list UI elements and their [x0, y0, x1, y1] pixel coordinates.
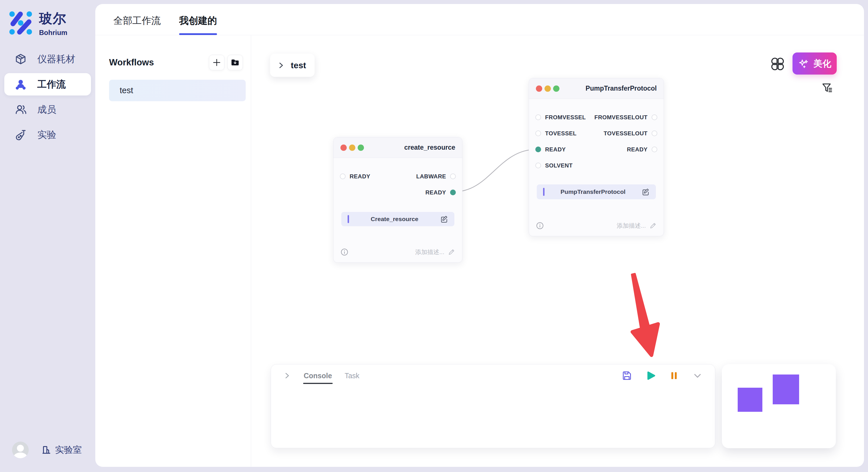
bohrium-logo-icon [9, 11, 33, 35]
info-icon[interactable] [340, 248, 348, 256]
description-placeholder[interactable]: 添加描述... [617, 222, 657, 230]
tab-task[interactable]: Task [345, 372, 360, 380]
workflow-people-icon [15, 78, 26, 90]
brand-subtitle: Bohrium [39, 29, 67, 37]
filter-icon[interactable] [821, 82, 833, 94]
port-circle[interactable] [450, 173, 456, 179]
sparkles-icon [798, 58, 809, 69]
output-port-tovesselout[interactable]: TOVESSELOUT [603, 130, 657, 137]
traffic-yellow-dot [349, 144, 355, 151]
traffic-yellow-dot [545, 86, 551, 92]
node-title: create_resource [404, 144, 455, 151]
breadcrumb-label: test [291, 61, 306, 70]
beautify-button[interactable]: 美化 [793, 53, 837, 74]
sidebar-item-workflow[interactable]: 工作流 [4, 73, 91, 96]
plus-icon [212, 58, 221, 67]
port-circle[interactable] [652, 146, 657, 152]
members-icon [15, 104, 26, 115]
brand-title: 玻尔 [39, 10, 67, 28]
sidebar-footer: 实验室 [12, 442, 82, 458]
lab-label: 实验室 [55, 444, 82, 456]
port-circle[interactable] [535, 131, 541, 136]
port-circle[interactable] [535, 114, 541, 120]
collapse-chevron-icon[interactable] [283, 372, 291, 380]
minimap[interactable] [722, 364, 836, 448]
workflow-canvas[interactable]: test 美化 [251, 35, 864, 467]
sidebar-item-experiments[interactable]: 实验 [4, 124, 91, 146]
node-header: create_resource [334, 137, 462, 158]
input-port-solvent[interactable]: SOLVENT [535, 162, 572, 169]
input-port-ready[interactable]: READY [535, 146, 566, 153]
minimap-node-rect [773, 374, 799, 404]
description-placeholder[interactable]: 添加描述... [415, 248, 455, 256]
beautify-label: 美化 [813, 58, 831, 70]
node-footer: 添加描述... [334, 248, 462, 262]
import-folder-button[interactable] [227, 55, 243, 70]
sidebar-item-label: 仪器耗材 [37, 53, 75, 66]
test-tube-icon [15, 129, 26, 140]
tab-all-workflows[interactable]: 全部工作流 [113, 14, 161, 35]
node-create-resource[interactable]: create_resource READY LABWARE [333, 137, 462, 263]
workflows-title: Workflows [109, 57, 154, 68]
port-circle[interactable] [340, 173, 346, 179]
console-panel: Console Task [271, 364, 715, 448]
workflow-list-item[interactable]: test [109, 80, 246, 101]
lab-switcher[interactable]: 实验室 [41, 444, 82, 456]
pause-icon[interactable] [669, 371, 679, 380]
traffic-red-dot [340, 144, 347, 151]
traffic-lights [536, 86, 559, 92]
sidebar-item-members[interactable]: 成员 [4, 98, 91, 121]
traffic-lights [340, 144, 364, 151]
building-icon [41, 445, 51, 455]
input-port-fromvessel[interactable]: FROMVESSEL [535, 114, 586, 121]
sidebar-item-instruments[interactable]: 仪器耗材 [4, 48, 91, 70]
output-port-ready[interactable]: READY [627, 146, 657, 153]
main-panel: 全部工作流 我创建的 Workflows [95, 4, 864, 467]
edit-icon[interactable] [642, 188, 650, 196]
run-play-icon[interactable] [646, 370, 656, 381]
chevron-down-icon[interactable] [692, 370, 703, 381]
node-footer: 添加描述... [529, 222, 663, 236]
output-port-fromvesselout[interactable]: FROMVESSELOUT [594, 114, 657, 121]
port-circle-connected[interactable] [450, 190, 456, 195]
apps-clover-icon[interactable] [770, 56, 786, 72]
sidebar-item-label: 成员 [37, 103, 56, 116]
sidebar: 玻尔 Bohrium 仪器耗材 工作流 [0, 0, 95, 472]
avatar[interactable] [12, 442, 29, 458]
bohrium-logo: 玻尔 Bohrium [9, 10, 67, 37]
minimap-node-rect [738, 388, 763, 412]
port-circle[interactable] [652, 114, 657, 120]
input-port-ready[interactable]: READY [340, 173, 370, 180]
input-port-tovessel[interactable]: TOVESSEL [535, 130, 577, 137]
info-icon[interactable] [536, 222, 544, 230]
output-port-labware[interactable]: LABWARE [416, 173, 456, 180]
node-pump-transfer-protocol[interactable]: PumpTransferProtocol FROMVESSEL FROMVESS… [529, 78, 664, 236]
chevron-right-icon [277, 61, 285, 69]
port-circle[interactable] [535, 163, 541, 168]
node-action-create-resource[interactable]: Create_resource [341, 212, 454, 226]
edge-create-to-pump [454, 149, 536, 192]
workflows-panel: Workflows [95, 35, 251, 467]
output-port-ready[interactable]: READY [425, 189, 456, 196]
sidebar-item-label: 实验 [37, 129, 56, 141]
package-icon [15, 53, 26, 65]
workflow-tabs: 全部工作流 我创建的 [95, 4, 864, 35]
tab-console[interactable]: Console [304, 372, 332, 380]
traffic-red-dot [536, 86, 542, 92]
folder-download-icon [230, 58, 240, 67]
tab-my-created[interactable]: 我创建的 [179, 14, 217, 35]
node-action-pump-transfer[interactable]: PumpTransferProtocol [537, 184, 656, 199]
breadcrumb[interactable]: test [270, 54, 315, 77]
port-circle-connected[interactable] [535, 146, 541, 152]
save-icon[interactable] [621, 370, 632, 381]
pencil-icon [649, 222, 657, 229]
node-header: PumpTransferProtocol [529, 78, 663, 99]
sidebar-nav: 仪器耗材 工作流 成员 [0, 48, 95, 146]
pencil-icon [448, 248, 455, 256]
traffic-green-dot [358, 144, 364, 151]
add-workflow-button[interactable] [209, 55, 224, 70]
sidebar-item-label: 工作流 [37, 78, 66, 91]
port-circle[interactable] [652, 131, 657, 136]
edit-icon[interactable] [440, 215, 448, 223]
node-title: PumpTransferProtocol [586, 85, 657, 92]
